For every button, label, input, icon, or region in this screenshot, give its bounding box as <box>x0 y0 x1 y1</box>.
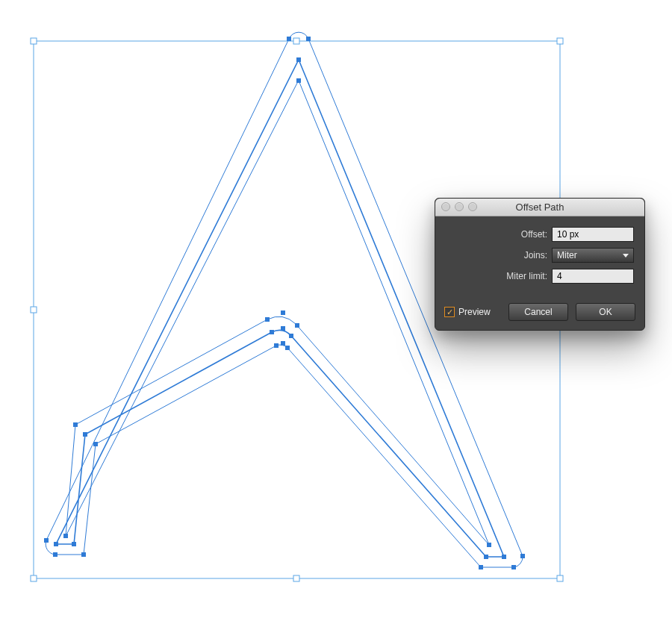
svg-rect-31 <box>274 343 279 348</box>
svg-rect-6 <box>293 575 299 581</box>
svg-rect-21 <box>281 310 285 315</box>
dialog-titlebar[interactable]: Offset Path <box>435 199 644 216</box>
svg-rect-23 <box>487 543 491 547</box>
svg-rect-32 <box>93 442 98 446</box>
svg-rect-20 <box>265 317 270 322</box>
svg-rect-28 <box>479 565 483 569</box>
svg-rect-27 <box>511 565 516 569</box>
svg-rect-16 <box>502 555 506 559</box>
svg-rect-0 <box>31 38 37 44</box>
svg-rect-25 <box>306 37 311 41</box>
svg-rect-8 <box>296 57 301 62</box>
chevron-down-icon <box>623 254 629 258</box>
svg-rect-22 <box>295 323 299 328</box>
miter-limit-label: Miter limit: <box>506 271 547 281</box>
svg-rect-35 <box>44 538 49 543</box>
offset-field[interactable] <box>552 227 634 242</box>
offset-path-dialog[interactable]: Offset Path Offset: Joins: Miter Miter l… <box>435 198 645 331</box>
svg-rect-11 <box>83 432 87 437</box>
offset-label: Offset: <box>521 229 547 240</box>
svg-rect-34 <box>53 552 57 557</box>
svg-rect-3 <box>31 307 37 313</box>
joins-select[interactable]: Miter <box>552 248 634 263</box>
dialog-title: Offset Path <box>516 202 564 213</box>
svg-rect-1 <box>293 38 299 44</box>
svg-rect-12 <box>270 330 274 334</box>
svg-rect-24 <box>287 37 291 41</box>
svg-rect-7 <box>557 575 563 581</box>
svg-rect-29 <box>285 346 290 350</box>
dialog-footer: ✓ Preview Cancel OK <box>435 296 644 330</box>
close-icon[interactable] <box>441 202 450 211</box>
zoom-icon[interactable] <box>468 202 477 211</box>
svg-rect-19 <box>73 422 78 427</box>
svg-rect-9 <box>54 542 58 546</box>
svg-rect-14 <box>289 334 293 338</box>
svg-rect-5 <box>31 575 37 581</box>
preview-checkbox[interactable]: ✓ <box>444 307 455 317</box>
svg-rect-17 <box>296 78 301 83</box>
svg-rect-15 <box>484 555 488 559</box>
joins-label: Joins: <box>524 250 547 260</box>
svg-rect-2 <box>557 38 563 44</box>
preview-label: Preview <box>458 307 491 317</box>
svg-rect-10 <box>72 542 76 546</box>
window-controls[interactable] <box>441 202 477 211</box>
joins-value: Miter <box>557 250 577 260</box>
ok-button[interactable]: OK <box>576 303 635 321</box>
dialog-body: Offset: Joins: Miter Miter limit: <box>435 216 644 296</box>
offset-path-inner[interactable] <box>66 81 489 545</box>
miter-limit-field[interactable] <box>552 269 634 284</box>
illustrator-artboard[interactable]: Offset Path Offset: Joins: Miter Miter l… <box>0 0 672 618</box>
svg-rect-33 <box>81 552 86 557</box>
minimize-icon[interactable] <box>455 202 464 211</box>
svg-rect-13 <box>281 326 285 331</box>
svg-rect-26 <box>520 554 525 558</box>
svg-rect-18 <box>63 534 68 538</box>
cancel-button[interactable]: Cancel <box>508 303 568 321</box>
svg-rect-30 <box>281 341 285 346</box>
anchor-points-inner[interactable] <box>63 78 491 547</box>
